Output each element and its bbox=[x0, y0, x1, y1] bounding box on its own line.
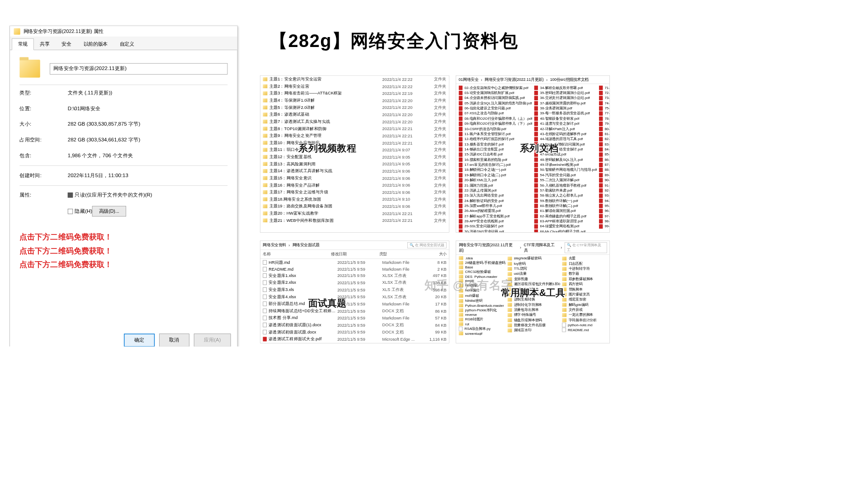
list-item[interactable]: 34-解析金融反欺诈部署.pdf bbox=[534, 85, 597, 90]
table-row[interactable]: 网安面试公共面试题2019版.docx2022/11/5 9:59DOCX 文档… bbox=[260, 343, 449, 343]
list-item[interactable]: 主题16：网络安全产品详解2022/11/4 9:06文件夹 bbox=[260, 182, 449, 189]
list-item[interactable]: 66-Mr.Chou的白帽子之路.pdf bbox=[534, 229, 597, 233]
table-row[interactable]: 安全题库1.xlsx2022/11/5 9:59XLSX 工作表497 KB bbox=[260, 272, 449, 279]
list-item[interactable]: 进制转化字符脚本 bbox=[507, 302, 560, 307]
list-item[interactable]: 99-web漏洞挖掘之权限漏洞.pdf bbox=[599, 224, 610, 229]
list-item[interactable]: 77-智能设备的那些事儿.pdf bbox=[599, 111, 610, 116]
list-item[interactable]: 11-账户体系安全管理探讨.pdf bbox=[459, 131, 533, 136]
list-item[interactable]: 流量包导出脚本 bbox=[507, 307, 560, 312]
breadcrumb[interactable]: 01网络安全›网络安全学习资源(2022.11月更新)›100份src挖掘技术文… bbox=[456, 76, 609, 84]
list-item[interactable]: Base bbox=[459, 265, 506, 269]
list-item[interactable]: 主题3：网络攻击前沿——ATT&CK框架2022/11/4 22:19文件夹 bbox=[260, 90, 449, 97]
list-item[interactable]: 十进制转字符 bbox=[562, 266, 607, 271]
list-item[interactable]: 字符频率统计分析 bbox=[562, 318, 607, 323]
list-item[interactable]: 49-详谈webshell检测.pdf bbox=[534, 162, 597, 167]
list-item[interactable]: 主题18.网络安全之系统加固2022/11/4 9:10文件夹 bbox=[260, 196, 449, 203]
list-item[interactable]: 35-密码社团逻辑漏洞小总结.pdf bbox=[534, 90, 597, 95]
list-item[interactable]: 88-网络地瘤报告器漏洞挖掘.pdf bbox=[599, 168, 610, 173]
list-item[interactable]: 图片爆破宽高 bbox=[562, 292, 607, 297]
column-headers[interactable]: 名称 修改日期 类型 大小 bbox=[260, 250, 449, 259]
list-item[interactable]: 64-绿盟安全网络检测.pdf bbox=[534, 224, 597, 229]
tab-custom[interactable]: 自定义 bbox=[113, 38, 140, 50]
table-row[interactable]: 部分面试题总结.md2022/11/5 9:59Markdown File17 … bbox=[260, 300, 449, 308]
table-row[interactable]: 渗透测试初级面试题.docx2022/11/5 9:59DOCX 文档99 KB bbox=[260, 328, 449, 336]
list-item[interactable]: 主题14：渗透测试工具讲解与实战2022/11/4 9:06文件夹 bbox=[260, 168, 449, 175]
list-item[interactable]: 主题4：等保测评1.0详解2022/11/4 22:20文件夹 bbox=[260, 97, 449, 104]
list-item[interactable]: toy密码 bbox=[507, 261, 560, 266]
list-item[interactable]: 86-重新认识报送SQL注入.pdf bbox=[599, 157, 610, 162]
list-item[interactable]: 主题8：TOP10漏洞详解和防御2022/11/4 22:21文件夹 bbox=[260, 125, 449, 132]
search-input[interactable]: 🔍 在 网络安全面试题 bbox=[407, 242, 447, 248]
list-item[interactable]: 30-浅谈DNS安全问题.pdf bbox=[459, 229, 533, 233]
advanced-button[interactable]: 高级(D)... bbox=[92, 206, 126, 216]
list-item[interactable]: usb流量 bbox=[507, 272, 560, 277]
table-row[interactable]: README.md2022/11/5 9:59Markdown File2 KB bbox=[260, 266, 449, 272]
list-item[interactable]: 79-账号摸底.pdf bbox=[599, 121, 610, 126]
list-item[interactable]: screentogif bbox=[459, 331, 506, 335]
list-item[interactable]: 80-Sven的白帽子之路.pdf bbox=[599, 127, 610, 131]
list-item[interactable]: 批量修改文件名后缀 bbox=[507, 323, 560, 328]
list-item[interactable]: 主题17：网络安全之运维与升级2022/11/4 9:06文件夹 bbox=[260, 188, 449, 196]
list-item[interactable]: 26-Alice的秘籍重现.pdf bbox=[459, 209, 533, 214]
tab-security[interactable]: 安全 bbox=[56, 38, 77, 50]
list-item[interactable]: TTL隐写 bbox=[507, 266, 560, 271]
list-item[interactable]: 17-src常见的攻击探讨(二).pdf bbox=[459, 162, 533, 167]
list-item[interactable]: 60-数独软件详解(二).pdf bbox=[534, 203, 597, 208]
list-item[interactable]: 97-web漏洞挖掘之安全逻辑漏洞.pdf bbox=[599, 214, 610, 219]
list-item[interactable]: 90-番外人的白帽子记.pdf bbox=[599, 178, 610, 183]
list-item[interactable]: 96-web漏洞下的那2上传漏洞.pdf bbox=[599, 209, 610, 214]
list-item[interactable]: 四方密码 bbox=[562, 282, 607, 286]
list-item[interactable]: 89-web漏洞之逻辑漏洞挖掘.pdf bbox=[599, 173, 610, 178]
list-item[interactable]: 主题19：路由交换及网络设备加固2022/11/4 9:06文件夹 bbox=[260, 203, 449, 210]
list-item[interactable]: 58-独立发人之心那事儿.pdf bbox=[534, 193, 597, 198]
list-item[interactable]: 文件异或 bbox=[562, 307, 607, 312]
table-row[interactable]: 持续网络面试总结+DD安全工程师笔试问...2022/11/5 9:59DOCX… bbox=[260, 307, 449, 314]
list-item[interactable]: 21-漏洞力挖掘.pdf bbox=[459, 183, 533, 188]
list-item[interactable]: 38-业务逻辑漏洞.pdf bbox=[534, 106, 597, 111]
folder-name-input[interactable]: 网络安全学习资源(2022.11更新) bbox=[50, 63, 227, 75]
list-item[interactable]: 71-大数据安全（一）.pdf bbox=[599, 85, 610, 90]
list-item[interactable]: 19-解锁弱口令之谜(二).pdf bbox=[459, 173, 533, 178]
list-item[interactable]: 75-网页标注攻击与防御.pdf bbox=[599, 106, 610, 111]
list-item[interactable]: 一龙比赛的脚本 bbox=[562, 313, 607, 318]
tab-sharing[interactable]: 共享 bbox=[34, 38, 56, 50]
list-item[interactable]: 37-越权漏洞泄露的那些ip.pdf bbox=[534, 101, 597, 106]
list-item[interactable]: 10-CSRF的攻击与防御.pdf bbox=[459, 127, 533, 131]
list-item[interactable]: 40-智能设备安全研发.pdf bbox=[534, 116, 597, 121]
list-item[interactable]: 43-在线验证码的通解事件.pdf bbox=[534, 131, 597, 136]
list-item[interactable]: 39-每一部服务器的安全基线.pdf bbox=[534, 111, 597, 116]
table-row[interactable]: 安全题库2.xlsx2022/11/5 9:59XLSX 工作表136 KB bbox=[260, 279, 449, 286]
table-row[interactable]: 安全题库3.xls2022/11/5 9:59XLS 工作表598 KB bbox=[260, 286, 449, 293]
list-item[interactable]: 92-web漏洞之修复.pdf bbox=[599, 188, 610, 193]
list-item[interactable]: Python-Brainfuck-master bbox=[459, 304, 506, 308]
table-row[interactable]: 渗透测试工程师面试大全.pdf2022/11/5 9:59Microsoft E… bbox=[260, 336, 449, 343]
list-item[interactable]: 50-智能硬件网络地瘤入门与指导.pdf bbox=[534, 168, 597, 173]
list-item[interactable]: 85-web安全溯源.pdf bbox=[599, 152, 610, 157]
list-item[interactable]: 主题21：WEB中间件和数据库加固2022/11/4 22:21文件夹 bbox=[260, 217, 449, 224]
list-item[interactable]: 44-域渗透的原理与工具.pdf bbox=[534, 136, 597, 141]
list-item[interactable]: RGB转图片 bbox=[459, 317, 506, 322]
list-item[interactable]: 05-浅谈企业SQL注入漏洞的危害与防御.pdf bbox=[459, 101, 533, 106]
list-item[interactable]: 主题13：高风险漏洞利用2022/11/4 9:05文件夹 bbox=[260, 160, 449, 168]
table-row[interactable]: 安全题库4.xlsx2022/11/5 9:59XLSX 工作表20 KB bbox=[260, 293, 449, 300]
list-item[interactable]: 91-web漏洞之数据库漏洞挖掘.pdf bbox=[599, 183, 610, 188]
list-item[interactable]: 12-给程序代码打疫苗的探讨.pdf bbox=[459, 136, 533, 141]
tab-general[interactable]: 常规 bbox=[12, 38, 33, 50]
list-item[interactable]: 主题7：渗透测试工具实操与实战2022/11/4 22:20文件夹 bbox=[260, 118, 449, 125]
list-item[interactable]: reverse bbox=[459, 313, 506, 317]
list-item[interactable]: python-note.md bbox=[562, 323, 607, 327]
list-item[interactable]: 主题5：等保测评2.0详解2022/11/4 22:20文件夹 bbox=[260, 104, 449, 111]
list-item[interactable]: 54-汽车的安全问题.pdf bbox=[534, 173, 597, 178]
list-item[interactable]: 59-数独软件详解(一).pdf bbox=[534, 198, 597, 203]
list-item[interactable]: 数字题 bbox=[562, 272, 607, 277]
list-item[interactable]: python-Pickle序列化 bbox=[459, 308, 506, 313]
list-item[interactable]: 猜字·特殊编号 bbox=[507, 313, 560, 318]
list-item[interactable]: 28-APP安全在线检测.pdf bbox=[459, 219, 533, 224]
list-item[interactable]: 06-信息化建设之安全问题.pdf bbox=[459, 106, 533, 111]
list-item[interactable]: 双参数爆破脚本 bbox=[562, 277, 607, 282]
list-item[interactable]: 04-企业级未授权访问漏洞防御实践.pdf bbox=[459, 96, 533, 101]
list-item[interactable]: 62-黑色键盘的白帽子之路.pdf bbox=[534, 214, 597, 219]
list-item[interactable]: 09-电商和O2O行业诈骗那些事儿（下）.pdf bbox=[459, 121, 533, 126]
table-row[interactable]: 渗透测试初级面试题(1).docx2022/11/5 9:59DOCX 文档84… bbox=[260, 321, 449, 328]
breadcrumb[interactable]: 网络安全资料›网络安全面试题 🔍 在 网络安全面试题 bbox=[260, 241, 449, 250]
